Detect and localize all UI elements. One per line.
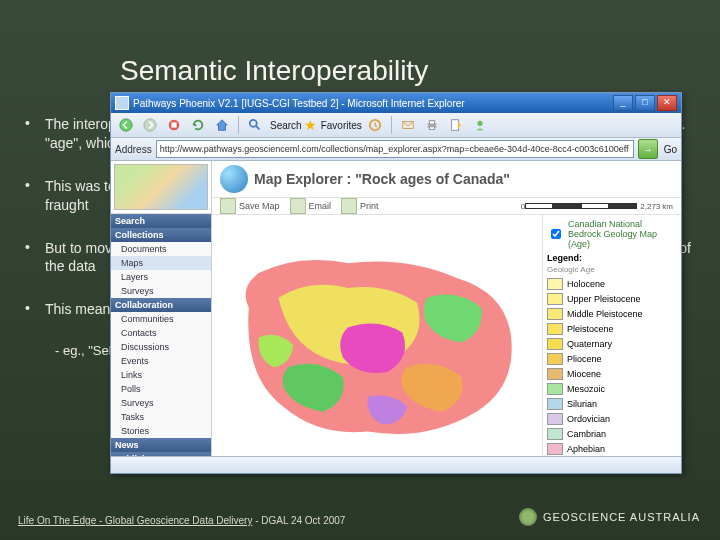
legend-swatch	[547, 383, 563, 395]
legend-swatch	[547, 443, 563, 455]
layer-label: Canadian National Bedrock Geology Map (A…	[568, 219, 677, 249]
sidebar-item-discussions[interactable]: Discussions	[111, 340, 211, 354]
sidebar-item-polls[interactable]: Polls	[111, 382, 211, 396]
titlebar[interactable]: Pathways Phoenix V2.1 [IUGS-CGI Testbed …	[111, 93, 681, 113]
legend-panel: Canadian National Bedrock Geology Map (A…	[542, 215, 681, 456]
nav-toolbar: Search ★ Favorites	[111, 113, 681, 138]
legend-sub: Geologic Age	[547, 265, 677, 274]
svg-point-1	[144, 119, 156, 131]
edit-button[interactable]	[445, 114, 467, 136]
sidebar: SearchCollectionsDocumentsMapsLayersSurv…	[111, 161, 212, 456]
scale-bar: 0 2,273 km	[521, 202, 673, 211]
sidebar-section-search[interactable]: Search	[111, 214, 211, 228]
close-button[interactable]: ✕	[657, 95, 677, 111]
save-map-button[interactable]: Save Map	[220, 198, 280, 214]
search-icon[interactable]	[244, 114, 266, 136]
sidebar-item-stories[interactable]: Stories	[111, 424, 211, 438]
legend-label: Holocene	[567, 279, 605, 289]
sidebar-item-layers[interactable]: Layers	[111, 270, 211, 284]
map-area: Canadian National Bedrock Geology Map (A…	[212, 215, 681, 456]
map-header: Map Explorer : "Rock ages of Canada"	[212, 161, 681, 198]
sidebar-item-tasks[interactable]: Tasks	[111, 410, 211, 424]
favorites-icon[interactable]: ★	[304, 117, 317, 133]
refresh-button[interactable]	[187, 114, 209, 136]
print-button[interactable]	[421, 114, 443, 136]
svg-point-12	[477, 121, 482, 126]
legend-label: Middle Pleistocene	[567, 309, 643, 319]
brand: GEOSCIENCE AUSTRALIA	[519, 508, 700, 526]
legend-swatch	[547, 413, 563, 425]
map-title: Map Explorer : "Rock ages of Canada"	[254, 171, 510, 187]
sidebar-section-collections[interactable]: Collections	[111, 228, 211, 242]
sidebar-item-links[interactable]: Links	[111, 368, 211, 382]
legend-swatch	[547, 398, 563, 410]
stop-button[interactable]	[163, 114, 185, 136]
save-icon	[220, 198, 236, 214]
footer-date: - DGAL 24 Oct 2007	[252, 515, 345, 526]
footer: Life On The Edge - Global Geoscience Dat…	[18, 515, 345, 526]
layer-checkbox[interactable]	[551, 229, 561, 239]
sidebar-item-communities[interactable]: Communities	[111, 312, 211, 326]
legend-label: Silurian	[567, 399, 597, 409]
maximize-button[interactable]: □	[635, 95, 655, 111]
legend-swatch	[547, 428, 563, 440]
svg-line-5	[256, 126, 260, 130]
footer-link: Life On The Edge - Global Geoscience Dat…	[18, 515, 252, 526]
go-button[interactable]: →	[638, 139, 658, 159]
legend-label: Aphebian	[567, 444, 605, 454]
canada-map-icon	[114, 164, 208, 210]
sidebar-section-news[interactable]: News	[111, 438, 211, 452]
svg-point-0	[120, 119, 132, 131]
map-canvas[interactable]	[212, 215, 542, 456]
sidebar-item-events[interactable]: Events	[111, 354, 211, 368]
legend-label: Upper Pleistocene	[567, 294, 641, 304]
legend-item: Upper Pleistocene	[547, 293, 677, 305]
legend-item: Pliocene	[547, 353, 677, 365]
sidebar-thumbnail[interactable]	[111, 161, 211, 214]
email-icon	[290, 198, 306, 214]
email-button[interactable]: Email	[290, 198, 332, 214]
messenger-button[interactable]	[469, 114, 491, 136]
address-input[interactable]: http://www.pathways.geoscienceml.com/col…	[156, 140, 634, 158]
legend-item: Quaternary	[547, 338, 677, 350]
legend-swatch	[547, 308, 563, 320]
minimize-button[interactable]: _	[613, 95, 633, 111]
legend-item: Aphebian	[547, 443, 677, 455]
legend-label: Miocene	[567, 369, 601, 379]
legend-swatch	[547, 353, 563, 365]
legend-label: Pleistocene	[567, 324, 614, 334]
sidebar-item-maps[interactable]: Maps	[111, 256, 211, 270]
sidebar-section-collaboration[interactable]: Collaboration	[111, 298, 211, 312]
favicon	[115, 96, 129, 110]
slide-title: Semantic Interoperability	[120, 55, 428, 87]
search-label: Search	[270, 120, 302, 131]
home-button[interactable]	[211, 114, 233, 136]
svg-rect-3	[171, 122, 176, 127]
legend-label: Cambrian	[567, 429, 606, 439]
favorites-label: Favorites	[321, 120, 362, 131]
legend-label: Ordovician	[567, 414, 610, 424]
globe-icon	[519, 508, 537, 526]
legend-item: Holocene	[547, 278, 677, 290]
address-label: Address	[115, 144, 152, 155]
legend-item: Mesozoic	[547, 383, 677, 395]
back-button[interactable]	[115, 114, 137, 136]
legend-label: Mesozoic	[567, 384, 605, 394]
print-map-button[interactable]: Print	[341, 198, 379, 214]
svg-rect-10	[429, 127, 434, 130]
globe-icon	[220, 165, 248, 193]
sidebar-item-contacts[interactable]: Contacts	[111, 326, 211, 340]
mail-button[interactable]	[397, 114, 419, 136]
legend-swatch	[547, 338, 563, 350]
layer-toggle[interactable]: Canadian National Bedrock Geology Map (A…	[547, 219, 677, 249]
legend-item: Silurian	[547, 398, 677, 410]
brand-label: GEOSCIENCE AUSTRALIA	[543, 511, 700, 523]
svg-point-4	[250, 120, 257, 127]
sidebar-item-documents[interactable]: Documents	[111, 242, 211, 256]
legend-item: Cambrian	[547, 428, 677, 440]
legend-item: Miocene	[547, 368, 677, 380]
sidebar-item-surveys[interactable]: Surveys	[111, 396, 211, 410]
forward-button[interactable]	[139, 114, 161, 136]
history-button[interactable]	[364, 114, 386, 136]
sidebar-item-surveys[interactable]: Surveys	[111, 284, 211, 298]
